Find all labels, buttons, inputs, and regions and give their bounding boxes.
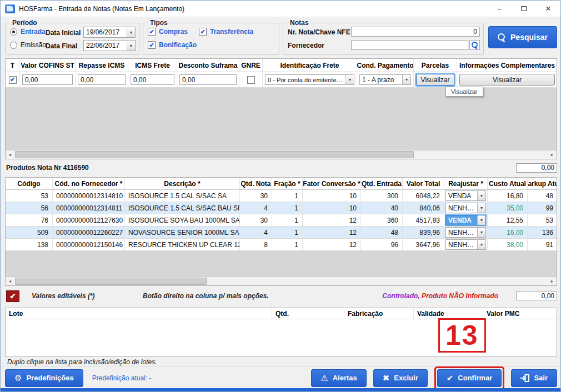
- col-header-repasse-icms: Repasse ICMS: [76, 59, 128, 72]
- group-notas: Notas Nr. Nota/Chave NFE 0 Fornecedor: [283, 23, 484, 55]
- product-row[interactable]: 509 000000000012260227 NOVASOURCE SENIOR…: [6, 227, 557, 239]
- search-icon: [498, 33, 506, 42]
- radio-emissao[interactable]: Emissão: [10, 41, 46, 49]
- reajustar-select[interactable]: NENHUM ▼: [445, 203, 486, 213]
- produtos-title: Produtos Nota Nr 4116590: [5, 164, 89, 172]
- reajustar-value: NENHUM: [446, 229, 477, 237]
- dropdown-icon[interactable]: ▼: [345, 75, 354, 84]
- produtos-bar: Produtos Nota Nr 4116590 0,00: [5, 162, 557, 173]
- product-row[interactable]: 53 000000000012314810 ISOSOURCE 1.5 CAL …: [6, 190, 557, 202]
- alertas-button[interactable]: ⚠ Alertas: [311, 369, 367, 387]
- compras-check-icon: ✔: [148, 28, 156, 36]
- gnre-checkbox[interactable]: [247, 76, 255, 84]
- identificacao-frete-select[interactable]: 0 - Por conta do emitente (CIF) ▼: [265, 74, 354, 85]
- scroll-left-icon[interactable]: ◄: [6, 277, 14, 285]
- gear-icon: ⚙: [14, 374, 22, 382]
- data-inicial-dropdown-icon[interactable]: ▼: [127, 27, 135, 37]
- maximize-icon: [521, 6, 527, 11]
- annotation-confirmar-highlight: ✔ Confirmar: [434, 366, 505, 390]
- cell-markup: 136: [528, 227, 557, 238]
- reajustar-select[interactable]: VENDA ▼: [445, 190, 486, 201]
- predefinicoes-button[interactable]: ⚙ Predefinições: [5, 369, 83, 387]
- dropdown-icon[interactable]: ▼: [477, 228, 485, 237]
- excluir-button[interactable]: ✖ Excluir: [373, 369, 428, 387]
- data-inicial-input[interactable]: 19/06/2017 ▼: [83, 27, 136, 38]
- app-window: HOSFarma - Entrada de Notas (Notas Em La…: [0, 0, 561, 392]
- dropdown-icon[interactable]: ▼: [402, 75, 410, 84]
- notes-row[interactable]: ✔ 0,00 0,00 0,00 0,00 0 - Por conta do e…: [6, 72, 557, 88]
- fornecedor-input[interactable]: [351, 40, 468, 50]
- parcelas-visualizar-button[interactable]: Visualizar: [416, 74, 455, 86]
- cell-fornecedor: 000000000012314811: [53, 202, 125, 214]
- sair-button[interactable]: Sair: [511, 369, 557, 387]
- exit-icon: [520, 374, 529, 382]
- pesquisar-button[interactable]: Pesquisar: [488, 26, 557, 48]
- row-selected-checkbox[interactable]: ✔: [9, 76, 17, 84]
- reajustar-select[interactable]: NENHUM ▼: [445, 239, 486, 250]
- cell-qtd-nota: 30: [240, 214, 272, 226]
- legend-total-field[interactable]: 0,00: [516, 291, 557, 300]
- product-row[interactable]: 138 000000000012150146 RESOURCE THICKEN …: [6, 239, 557, 251]
- cond-pagamento-select[interactable]: 1 - A prazo ▼: [359, 74, 411, 85]
- minimize-button[interactable]: –: [487, 1, 512, 17]
- scroll-right-icon[interactable]: ►: [548, 277, 557, 285]
- produtos-total-value: 0,00: [542, 164, 554, 172]
- cell-qtd-entrada: 48: [361, 227, 403, 238]
- annotation-step-number: 13: [438, 318, 486, 353]
- notes-grid-hscrollbar[interactable]: ◄ ►: [6, 150, 557, 159]
- dropdown-icon[interactable]: ▼: [477, 203, 485, 213]
- scroll-right-icon[interactable]: ►: [548, 150, 557, 159]
- cell-descricao: RESOURCE THICKEN UP CLEAR 125G: [125, 239, 240, 250]
- cell-fracao: 1: [272, 239, 303, 250]
- radio-entrada[interactable]: Entrada: [10, 28, 46, 36]
- group-periodo-title: Período: [10, 19, 39, 27]
- repasse-icms-input[interactable]: 0,00: [78, 74, 126, 85]
- legend-row: ✔ Valores editáveis (*) Botão direito na…: [5, 290, 557, 304]
- produtos-total-field[interactable]: 0,00: [516, 163, 557, 173]
- nr-nota-input[interactable]: 0: [351, 27, 480, 37]
- close-button[interactable]: ✕: [536, 1, 560, 17]
- products-grid-hscrollbar[interactable]: ◄ ►: [6, 277, 557, 285]
- window-bottom-edge: [1, 388, 561, 391]
- cell-fracao: 1: [272, 190, 303, 202]
- valor-cofins-st-input[interactable]: 0,00: [22, 74, 73, 85]
- col-header-valor-total: Valor Total: [403, 178, 444, 189]
- maximize-button[interactable]: [512, 1, 536, 17]
- cell-descricao: ISOSOURCE 1.5 CAL S/SAC SA: [125, 190, 240, 202]
- fornecedor-search-button[interactable]: [469, 40, 480, 50]
- scroll-left-icon[interactable]: ◄: [6, 150, 14, 159]
- group-notas-title: Notas: [288, 19, 310, 27]
- scrollbar-thumb[interactable]: [15, 278, 207, 285]
- reajustar-select-focused[interactable]: VENDA ▼: [445, 215, 486, 225]
- col-header-parcelas: Parcelas: [414, 59, 457, 72]
- window-title: HOSFarma - Entrada de Notas (Notas Em La…: [19, 5, 184, 13]
- scrollbar-thumb[interactable]: [15, 151, 414, 158]
- botao-direito-label: Botão direito na coluna p/ mais opções.: [143, 292, 269, 300]
- reajustar-select[interactable]: NENHUM ▼: [445, 227, 486, 238]
- icms-frete-input[interactable]: 0,00: [131, 74, 174, 85]
- product-row[interactable]: 76 000000000012127630 ISOSOURCE SOYA BAU…: [6, 214, 557, 227]
- desconto-suframa-input[interactable]: 0,00: [179, 74, 237, 85]
- informacoes-visualizar-button[interactable]: Visualizar: [459, 74, 555, 86]
- data-inicial-value: 19/06/2017: [86, 28, 127, 36]
- dropdown-icon[interactable]: ▼: [477, 191, 485, 200]
- data-final-input[interactable]: 22/06/2017 ▼: [83, 40, 136, 51]
- product-row[interactable]: 56 000000000012314811 ISOSOURCE 1.5 CAL …: [6, 202, 557, 214]
- col-header-fabricacao: Fabricação: [344, 308, 414, 319]
- predefinicoes-label: Predefinições: [26, 374, 73, 382]
- dropdown-icon[interactable]: ▼: [477, 215, 485, 225]
- checkbox-compras[interactable]: ✔ Compras: [148, 28, 188, 36]
- x-icon: ✖: [383, 374, 390, 382]
- cell-fator: 10: [303, 202, 361, 214]
- confirmar-button[interactable]: ✔ Confirmar: [437, 369, 502, 387]
- notes-grid: T Valor COFINS ST Repasse ICMS ICMS Fret…: [5, 58, 557, 159]
- products-grid-header: Código Cód. no Fornecedor * Descrição * …: [6, 178, 557, 190]
- data-final-dropdown-icon[interactable]: ▼: [127, 41, 135, 51]
- predefinicao-atual-label: Predefinição atual: -: [92, 374, 152, 382]
- cell-markup: 53: [528, 214, 557, 226]
- dropdown-icon[interactable]: ▼: [477, 240, 485, 249]
- col-header-descricao: Descrição *: [125, 178, 240, 189]
- checkbox-bonificacao[interactable]: ✔ Bonificação: [148, 41, 197, 49]
- checkbox-transferencia[interactable]: ✔ Transferência: [199, 28, 253, 36]
- cell-codigo: 53: [6, 190, 53, 202]
